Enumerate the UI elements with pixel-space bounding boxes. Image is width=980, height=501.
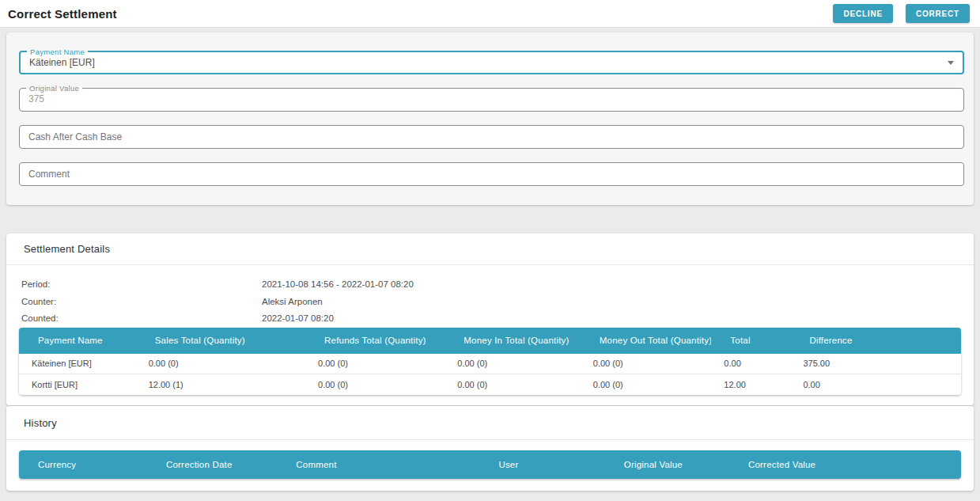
table-cell: Kortti [EUR] bbox=[19, 374, 136, 395]
table-cell: 0.00 (0) bbox=[445, 354, 581, 374]
table-cell: 375.00 bbox=[790, 354, 961, 374]
column-header: Corrected Value bbox=[729, 450, 961, 479]
comment-input[interactable] bbox=[19, 162, 964, 186]
column-header: Sales Total (Quantity) bbox=[136, 328, 305, 354]
settlement-info-block: Period: 2021-10-08 14:56 - 2022-01-07 08… bbox=[6, 265, 974, 328]
payment-name-value: Käteinen [EUR] bbox=[29, 52, 95, 74]
settlement-details-title: Settlement Details bbox=[6, 233, 974, 265]
history-title: History bbox=[6, 406, 974, 440]
history-table-card: Currency Correction Date Comment User Or… bbox=[19, 450, 961, 479]
table-cell: 0.00 (0) bbox=[581, 354, 712, 374]
settlement-details-card: Settlement Details Period: 2021-10-08 14… bbox=[6, 233, 974, 405]
correction-form-card: Payment Name Käteinen [EUR] Original Val… bbox=[6, 32, 974, 205]
counted-value: 2022-01-07 08:20 bbox=[262, 310, 334, 328]
table-cell: 12.00 bbox=[711, 374, 790, 395]
settlement-table: Payment Name Sales Total (Quantity) Refu… bbox=[19, 328, 961, 395]
table-cell: Käteinen [EUR] bbox=[19, 354, 136, 374]
table-row: Käteinen [EUR] 0.00 (0) 0.00 (0) 0.00 (0… bbox=[19, 354, 961, 374]
correct-button[interactable]: CORRECT bbox=[906, 4, 970, 23]
period-label: Period: bbox=[21, 276, 262, 294]
payment-name-select[interactable]: Payment Name Käteinen [EUR] bbox=[19, 51, 964, 74]
history-card: History Currency Correction Date Comment… bbox=[6, 406, 974, 491]
table-cell: 0.00 (0) bbox=[305, 354, 445, 374]
period-value: 2021-10-08 14:56 - 2022-01-07 08:20 bbox=[262, 276, 414, 294]
column-header: User bbox=[479, 450, 604, 479]
table-cell: 12.00 (1) bbox=[136, 374, 305, 395]
history-table-header-row: Currency Correction Date Comment User Or… bbox=[19, 450, 961, 479]
table-cell: 0.00 bbox=[790, 374, 961, 395]
column-header: Comment bbox=[277, 450, 479, 479]
counter-value: Aleksi Arponen bbox=[262, 294, 323, 311]
page-title: Correct Settlement bbox=[8, 7, 117, 21]
table-cell: 0.00 (0) bbox=[445, 374, 581, 395]
table-row: Kortti [EUR] 12.00 (1) 0.00 (0) 0.00 (0)… bbox=[19, 374, 961, 395]
table-cell: 0.00 bbox=[711, 354, 790, 374]
top-bar-actions: DECLINE CORRECT bbox=[833, 4, 970, 23]
column-header: Total bbox=[711, 328, 790, 354]
column-header: Refunds Total (Quantity) bbox=[305, 328, 445, 354]
column-header: Payment Name bbox=[19, 328, 136, 354]
column-header: Money Out Total (Quantity) bbox=[581, 328, 712, 354]
column-header: Original Value bbox=[605, 450, 729, 479]
counted-label: Counted: bbox=[21, 310, 262, 328]
counted-row: Counted: 2022-01-07 08:20 bbox=[21, 310, 974, 328]
column-header: Difference bbox=[790, 328, 961, 354]
table-cell: 0.00 (0) bbox=[136, 354, 305, 374]
table-cell: 0.00 (0) bbox=[581, 374, 712, 395]
period-row: Period: 2021-10-08 14:56 - 2022-01-07 08… bbox=[21, 276, 974, 294]
column-header: Correction Date bbox=[147, 450, 277, 479]
table-cell: 0.00 (0) bbox=[305, 374, 445, 395]
settlement-table-card: Payment Name Sales Total (Quantity) Refu… bbox=[19, 328, 961, 395]
top-bar: Correct Settlement DECLINE CORRECT bbox=[0, 0, 980, 28]
counter-row: Counter: Aleksi Arponen bbox=[21, 294, 974, 311]
original-value-field: Original Value 375 bbox=[19, 88, 964, 112]
cash-after-cash-base-input[interactable] bbox=[19, 125, 964, 149]
column-header: Currency bbox=[19, 450, 147, 479]
dropdown-caret-icon bbox=[948, 61, 954, 65]
history-table: Currency Correction Date Comment User Or… bbox=[19, 450, 961, 479]
counter-label: Counter: bbox=[21, 294, 262, 311]
column-header: Money In Total (Quantity) bbox=[445, 328, 581, 354]
original-value-text: 375 bbox=[28, 89, 44, 110]
decline-button[interactable]: DECLINE bbox=[833, 4, 893, 23]
settlement-table-header-row: Payment Name Sales Total (Quantity) Refu… bbox=[19, 328, 961, 354]
